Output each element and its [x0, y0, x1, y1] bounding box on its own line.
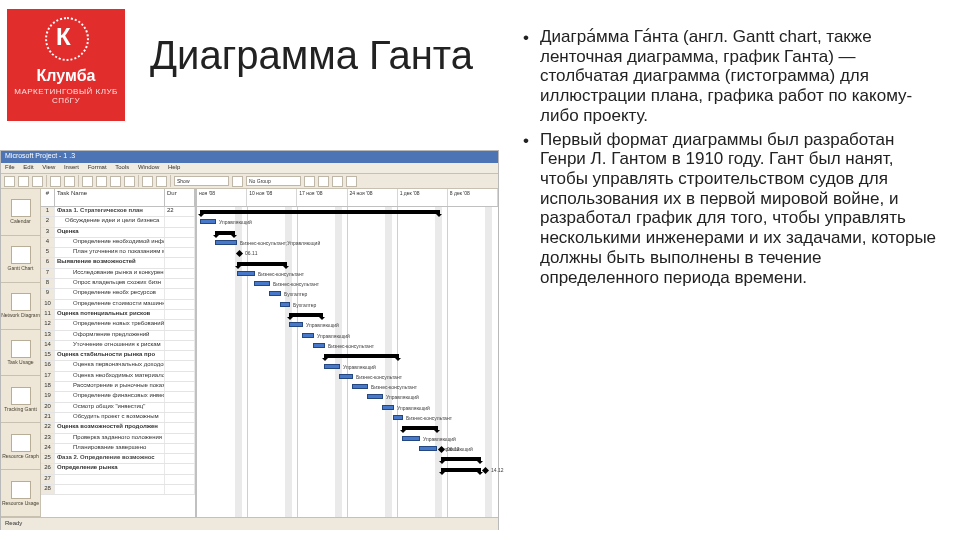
summary-bar[interactable]: [441, 457, 481, 461]
summary-bar[interactable]: [441, 468, 481, 472]
task-bar[interactable]: [367, 394, 383, 399]
table-row[interactable]: 19Определение финансовых инвестб: [41, 392, 195, 402]
summary-bar[interactable]: [200, 210, 440, 214]
table-row[interactable]: 2Обсуждение идеи и цели бизнеса: [41, 217, 195, 227]
task-bar[interactable]: [382, 405, 394, 410]
paste-icon[interactable]: [110, 176, 121, 187]
table-row[interactable]: 18Рассмотрение и рыночные показ: [41, 382, 195, 392]
cut-icon[interactable]: [82, 176, 93, 187]
view-res-graph[interactable]: Resource Graph: [1, 423, 40, 470]
table-row[interactable]: 16Оценка первоначальных доходов: [41, 361, 195, 371]
task-bar[interactable]: [302, 333, 314, 338]
table-row[interactable]: 5План уточнения по показаниям м: [41, 248, 195, 258]
task-bar[interactable]: [339, 374, 353, 379]
table-row[interactable]: 3Оценка: [41, 228, 195, 238]
bar-label: Бизнес-консультант: [356, 374, 402, 380]
toolbar-divider: [46, 175, 47, 187]
table-row[interactable]: 1Фаза 1. Стратегическое план22: [41, 207, 195, 217]
table-row[interactable]: 14Уточнение отношения к рискам: [41, 341, 195, 351]
task-bar[interactable]: [324, 364, 340, 369]
view-bar: Calendar Gantt Chart Network Diagram Tas…: [1, 189, 41, 517]
view-tracking[interactable]: Tracking Gantt: [1, 376, 40, 423]
summary-bar[interactable]: [215, 231, 235, 235]
table-row[interactable]: 9Определение необх ресурсов: [41, 289, 195, 299]
view-network[interactable]: Network Diagram: [1, 283, 40, 330]
ms-project-screenshot: Microsoft Project - 1 .3 File Edit View …: [0, 150, 499, 530]
table-row[interactable]: 26Определение рынка: [41, 464, 195, 474]
table-row[interactable]: 20Осмотр общих "инвестиц": [41, 403, 195, 413]
task-bar[interactable]: [200, 219, 216, 224]
table-row[interactable]: 11Оценка потенциальных рисков: [41, 310, 195, 320]
summary-bar[interactable]: [324, 354, 399, 358]
zoom-in-icon[interactable]: [304, 176, 315, 187]
task-bar[interactable]: [289, 322, 303, 327]
task-bar[interactable]: [352, 384, 368, 389]
col-num: #: [41, 189, 55, 206]
show-select[interactable]: Show: [174, 176, 229, 186]
bar-label: Бухгалтер: [293, 302, 316, 308]
table-row[interactable]: 23Проверка заданного положения: [41, 434, 195, 444]
table-row[interactable]: 27: [41, 475, 195, 485]
save-icon[interactable]: [32, 176, 43, 187]
table-row[interactable]: 24Планирование завершено: [41, 444, 195, 454]
timescale-col: 8 дек '08: [448, 189, 498, 206]
help-icon[interactable]: [346, 176, 357, 187]
table-row[interactable]: 28: [41, 485, 195, 495]
summary-bar[interactable]: [237, 262, 287, 266]
group-select[interactable]: No Group: [246, 176, 301, 186]
link-icon[interactable]: [142, 176, 153, 187]
table-row[interactable]: 13Оформление предложений: [41, 331, 195, 341]
preview-icon[interactable]: [64, 176, 75, 187]
menu-item[interactable]: Format: [88, 164, 107, 170]
print-icon[interactable]: [50, 176, 61, 187]
task-bar[interactable]: [280, 302, 290, 307]
task-bar[interactable]: [402, 436, 420, 441]
summary-bar[interactable]: [402, 426, 438, 430]
menu-bar[interactable]: File Edit View Insert Format Tools Windo…: [1, 163, 498, 174]
menu-item[interactable]: File: [5, 164, 15, 170]
task-bar[interactable]: [419, 446, 437, 451]
copy-icon[interactable]: [96, 176, 107, 187]
table-row[interactable]: 21Обсудить проект с возможным: [41, 413, 195, 423]
summary-bar[interactable]: [289, 313, 323, 317]
table-row[interactable]: 7Исследование рынка и конкурен: [41, 269, 195, 279]
gantt-chart[interactable]: ноя '08 10 ноя '08 17 ноя '08 24 ноя '08…: [196, 189, 498, 517]
task-bar[interactable]: [237, 271, 255, 276]
view-res-usage[interactable]: Resource Usage: [1, 470, 40, 517]
view-gantt[interactable]: Gantt Chart: [1, 236, 40, 283]
undo-icon[interactable]: [124, 176, 135, 187]
task-bar[interactable]: [393, 415, 403, 420]
table-row[interactable]: 8Опрос владельцев схожих бизн: [41, 279, 195, 289]
menu-item[interactable]: Edit: [23, 164, 33, 170]
menu-item[interactable]: Help: [168, 164, 180, 170]
font-icon[interactable]: [232, 176, 243, 187]
menu-item[interactable]: Window: [138, 164, 159, 170]
task-bar[interactable]: [269, 291, 281, 296]
table-row[interactable]: 25Фаза 2. Определение возможнос: [41, 454, 195, 464]
menu-item[interactable]: Insert: [64, 164, 79, 170]
menu-item[interactable]: View: [42, 164, 55, 170]
task-bar[interactable]: [313, 343, 325, 348]
zoom-out-icon[interactable]: [318, 176, 329, 187]
table-row[interactable]: 10Определение стоимости машинных: [41, 300, 195, 310]
unlink-icon[interactable]: [156, 176, 167, 187]
toolbar-divider: [170, 175, 171, 187]
bar-label: Бизнес-консультант: [406, 415, 452, 421]
table-row[interactable]: 4Определение необходимой информ: [41, 238, 195, 248]
menu-item[interactable]: Tools: [115, 164, 129, 170]
bullet-dot: •: [523, 130, 540, 288]
new-icon[interactable]: [4, 176, 15, 187]
view-calendar[interactable]: Calendar: [1, 189, 40, 236]
bar-label: Бизнес-консультант;Управляющий: [240, 240, 320, 246]
table-row[interactable]: 12Определение новых требований: [41, 320, 195, 330]
goto-icon[interactable]: [332, 176, 343, 187]
open-icon[interactable]: [18, 176, 29, 187]
table-row[interactable]: 22Оценка возможностей продолжен: [41, 423, 195, 433]
bar-label: Бизнес-консультант: [371, 384, 417, 390]
table-row[interactable]: 6Выявление возможностей: [41, 258, 195, 268]
task-bar[interactable]: [254, 281, 270, 286]
view-task-usage[interactable]: Task Usage: [1, 330, 40, 377]
table-row[interactable]: 17Оценка необходимых материалов: [41, 372, 195, 382]
task-bar[interactable]: [215, 240, 237, 245]
table-row[interactable]: 15Оценка стабильности рынка про: [41, 351, 195, 361]
